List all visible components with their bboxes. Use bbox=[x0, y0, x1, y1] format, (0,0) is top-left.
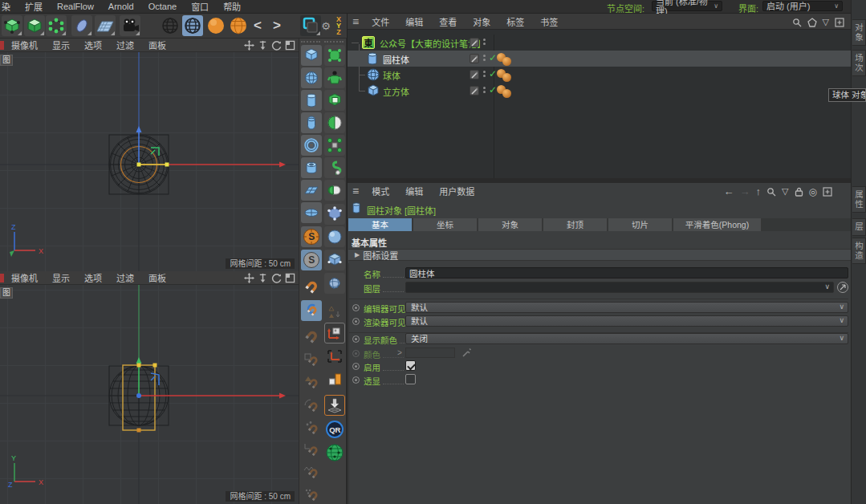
magnet-tool-icon[interactable] bbox=[301, 461, 322, 482]
viewport-menu-camera[interactable]: 摄像机 bbox=[4, 271, 45, 284]
object-row-cube[interactable]: 立方体 ✓ bbox=[348, 83, 851, 99]
menu-arnold[interactable]: Arnold bbox=[101, 2, 141, 11]
visibility-toggle-icon[interactable] bbox=[470, 70, 479, 79]
dot-toggles[interactable] bbox=[483, 69, 486, 79]
back-icon[interactable]: ← bbox=[724, 185, 734, 197]
qr-icon[interactable]: QR bbox=[324, 419, 345, 440]
enabled-check-icon[interactable]: ✓ bbox=[489, 84, 497, 96]
viewport-menu-filter[interactable]: 过滤 bbox=[109, 271, 141, 284]
chart-icon[interactable] bbox=[324, 368, 345, 389]
cube-object-icon[interactable] bbox=[367, 84, 380, 97]
shaded-sphere-icon[interactable] bbox=[205, 15, 226, 36]
deformer-icons[interactable] bbox=[324, 302, 345, 323]
spline-wrap-icon[interactable] bbox=[324, 157, 345, 178]
make-editable-icon[interactable] bbox=[2, 15, 22, 36]
sky-s-icon[interactable]: S bbox=[301, 226, 322, 247]
menu-window[interactable]: 窗口 bbox=[184, 0, 216, 13]
tab-construct[interactable]: 构造 bbox=[852, 238, 866, 264]
object-row-null[interactable]: 東 公众号【大東的设计笔记】 bbox=[348, 35, 851, 51]
instance-cube-icon[interactable] bbox=[324, 204, 345, 225]
xyz-lock-icon[interactable]: X Y Z bbox=[334, 16, 344, 35]
path-icon[interactable] bbox=[807, 18, 817, 27]
search-icon[interactable] bbox=[792, 18, 802, 27]
material-tag[interactable] bbox=[502, 57, 511, 66]
points-mode-icon[interactable] bbox=[46, 15, 67, 36]
workplane-icon[interactable] bbox=[95, 15, 116, 36]
rotate-view-icon[interactable] bbox=[271, 273, 282, 283]
model-mode-icon[interactable] bbox=[24, 15, 45, 36]
maximize-view-icon[interactable] bbox=[285, 40, 295, 51]
enabled-check-icon[interactable]: ✓ bbox=[489, 52, 497, 63]
web-globe-icon[interactable] bbox=[324, 442, 345, 463]
om-menu-object[interactable]: 对象 bbox=[465, 15, 498, 28]
symmetry-sphere-icon[interactable] bbox=[324, 112, 345, 133]
wire-blob-icon[interactable] bbox=[324, 273, 345, 294]
magnet-tool-icon[interactable] bbox=[301, 349, 322, 370]
menu-render[interactable]: 染 bbox=[0, 0, 18, 13]
tab-slice[interactable]: 切片 bbox=[608, 218, 673, 231]
visibility-toggle-icon[interactable] bbox=[470, 38, 479, 47]
pan-view-icon[interactable] bbox=[244, 40, 254, 51]
track-icon[interactable]: ◎ bbox=[809, 186, 817, 197]
magnet-tool-icon[interactable] bbox=[301, 372, 322, 392]
object-name[interactable]: 圆柱体 bbox=[383, 53, 409, 66]
display-color-select[interactable]: 关闭∨ bbox=[405, 333, 848, 344]
tab-object-manager[interactable]: 对象 bbox=[852, 19, 866, 46]
axis-workplane-icon[interactable] bbox=[324, 346, 345, 367]
plane-primitive-icon[interactable] bbox=[301, 180, 322, 201]
workplane-snap-icon[interactable] bbox=[324, 323, 345, 343]
menu-realflow[interactable]: RealFlow bbox=[50, 2, 101, 11]
prev-frame-icon[interactable]: < bbox=[250, 15, 266, 36]
wire-sphere-icon[interactable] bbox=[228, 15, 249, 36]
am-menu-edit[interactable]: 编辑 bbox=[397, 185, 431, 197]
tab-coordinates[interactable]: 坐标 bbox=[413, 218, 478, 231]
om-menu-bookmark[interactable]: 书签 bbox=[532, 15, 566, 28]
viewport-menu-filter[interactable]: 过滤 bbox=[109, 39, 141, 51]
layer-select[interactable]: ∨ bbox=[405, 282, 834, 293]
filter-icon[interactable]: ▽ bbox=[782, 186, 788, 197]
snap-icon[interactable] bbox=[300, 15, 321, 36]
null-object-icon[interactable]: 東 bbox=[362, 36, 375, 49]
menu-octane[interactable]: Octane bbox=[141, 2, 184, 11]
download-icon[interactable] bbox=[324, 395, 345, 416]
z-axis-dot[interactable] bbox=[136, 393, 141, 398]
keyframe-ring[interactable] bbox=[352, 318, 360, 325]
dolly-view-icon[interactable] bbox=[258, 273, 268, 283]
enable-checkbox[interactable] bbox=[405, 360, 416, 371]
magnet-icon[interactable] bbox=[301, 277, 322, 298]
node-space-select[interactable]: 当前 (标准/物理)∨ bbox=[652, 1, 722, 11]
object-row-sphere[interactable]: 球体 ✓ bbox=[348, 67, 851, 83]
viewport2-canvas[interactable]: Y X Z bbox=[0, 285, 299, 504]
add-panel-icon[interactable] bbox=[835, 18, 844, 27]
globe-view-icon[interactable] bbox=[160, 15, 181, 36]
filter-icon[interactable]: ▽ bbox=[823, 17, 829, 27]
am-menu-mode[interactable]: 模式 bbox=[364, 185, 397, 197]
rotate-view-icon[interactable] bbox=[271, 40, 282, 51]
globe-view-active-icon[interactable] bbox=[182, 15, 203, 36]
menu-extensions[interactable]: 扩展 bbox=[18, 0, 50, 13]
figure-icon[interactable] bbox=[324, 67, 345, 88]
icon-settings-group[interactable]: ▶ 图标设置 bbox=[348, 249, 851, 261]
s-tag-icon[interactable]: S bbox=[301, 250, 322, 270]
pan-view-icon[interactable] bbox=[244, 273, 254, 283]
tab-takes[interactable]: 场次 bbox=[852, 50, 866, 76]
material-tag[interactable] bbox=[502, 73, 511, 82]
magnet-tool-icon[interactable] bbox=[301, 327, 322, 348]
subdivision-surface-icon[interactable] bbox=[324, 45, 345, 66]
forward-icon[interactable]: → bbox=[740, 185, 750, 197]
add-panel-icon[interactable] bbox=[823, 187, 832, 197]
magnet-tool-icon[interactable] bbox=[301, 395, 322, 416]
keyframe-ring[interactable] bbox=[352, 363, 360, 370]
sphere-object-icon[interactable] bbox=[367, 68, 380, 81]
next-frame-icon[interactable]: > bbox=[269, 15, 285, 36]
boole-icon[interactable] bbox=[324, 90, 345, 111]
panel-menu-icon[interactable]: ≡ bbox=[348, 15, 364, 28]
enabled-check-icon[interactable]: ✓ bbox=[489, 68, 497, 79]
object-name[interactable]: 立方体 bbox=[383, 85, 409, 98]
torus-primitive-icon[interactable] bbox=[301, 135, 322, 156]
spline-icon[interactable] bbox=[71, 15, 92, 36]
palette-grip[interactable] bbox=[324, 41, 344, 43]
object-name[interactable]: 球体 bbox=[383, 69, 400, 82]
viewport-front[interactable]: 摄像机 显示 选项 过滤 面板 bbox=[0, 271, 299, 504]
render-visible-select[interactable]: 默认∨ bbox=[405, 315, 848, 327]
